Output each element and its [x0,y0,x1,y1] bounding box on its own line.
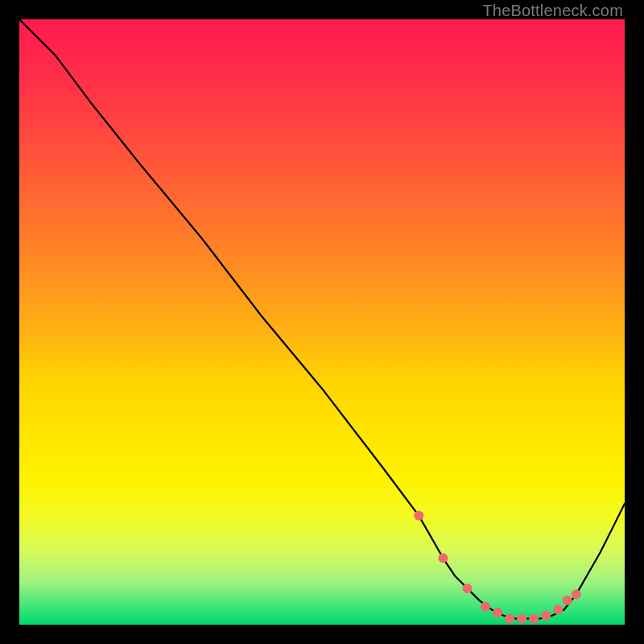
bottleneck-curve [19,19,625,619]
curve-marker [493,608,502,617]
plot-area [19,19,625,625]
curve-marker [481,601,490,611]
curve-marker [541,611,551,621]
curve-marker [414,511,423,521]
chart-frame: TheBottleneck.com [0,0,644,644]
curve-marker [505,614,514,624]
curve-marker [572,589,581,599]
curve-marker [517,614,526,624]
plot-svg [19,19,625,625]
curve-marker [529,614,539,624]
curve-markers [414,511,581,624]
curve-marker [438,553,448,563]
watermark-text: TheBottleneck.com [482,2,623,20]
curve-marker [563,596,572,605]
curve-marker [463,584,473,593]
curve-marker [553,605,563,614]
